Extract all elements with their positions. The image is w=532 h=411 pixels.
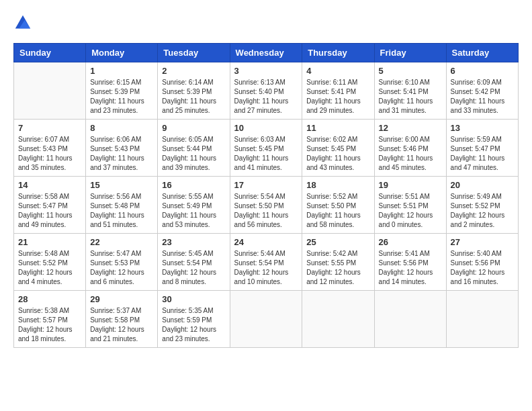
cell-content: Sunrise: 6:02 AM Sunset: 5:45 PM Dayligh…	[306, 135, 369, 173]
calendar-cell	[230, 291, 302, 348]
calendar-week-row: 28Sunrise: 5:38 AM Sunset: 5:57 PM Dayli…	[14, 291, 519, 348]
cell-content: Sunrise: 5:44 AM Sunset: 5:54 PM Dayligh…	[234, 249, 298, 287]
calendar-cell: 1Sunrise: 6:15 AM Sunset: 5:39 PM Daylig…	[86, 62, 158, 120]
calendar-cell: 14Sunrise: 5:58 AM Sunset: 5:47 PM Dayli…	[14, 177, 86, 234]
day-number: 18	[306, 180, 369, 190]
day-number: 12	[379, 123, 442, 133]
day-number: 23	[162, 237, 225, 247]
calendar-cell	[446, 291, 518, 348]
day-number: 30	[162, 294, 225, 304]
day-number: 9	[162, 123, 225, 133]
cell-content: Sunrise: 6:09 AM Sunset: 5:42 PM Dayligh…	[451, 78, 514, 116]
calendar-cell: 12Sunrise: 6:00 AM Sunset: 5:46 PM Dayli…	[374, 120, 446, 177]
calendar-cell: 23Sunrise: 5:45 AM Sunset: 5:54 PM Dayli…	[158, 234, 230, 291]
day-number: 5	[379, 66, 442, 76]
calendar-cell: 15Sunrise: 5:56 AM Sunset: 5:48 PM Dayli…	[86, 177, 158, 234]
calendar-week-row: 1Sunrise: 6:15 AM Sunset: 5:39 PM Daylig…	[14, 62, 519, 120]
cell-content: Sunrise: 5:38 AM Sunset: 5:57 PM Dayligh…	[18, 306, 81, 344]
day-number: 29	[90, 294, 153, 304]
calendar-day-header: Saturday	[446, 44, 518, 62]
cell-content: Sunrise: 5:42 AM Sunset: 5:55 PM Dayligh…	[306, 249, 369, 287]
day-number: 4	[306, 66, 369, 76]
cell-content: Sunrise: 5:58 AM Sunset: 5:47 PM Dayligh…	[18, 192, 81, 230]
page-header	[13, 13, 519, 32]
calendar-day-header: Monday	[86, 44, 158, 62]
calendar-week-row: 7Sunrise: 6:07 AM Sunset: 5:43 PM Daylig…	[14, 120, 519, 177]
calendar-cell: 24Sunrise: 5:44 AM Sunset: 5:54 PM Dayli…	[230, 234, 302, 291]
day-number: 27	[451, 237, 514, 247]
calendar-cell: 19Sunrise: 5:51 AM Sunset: 5:51 PM Dayli…	[374, 177, 446, 234]
calendar-cell: 5Sunrise: 6:10 AM Sunset: 5:41 PM Daylig…	[374, 62, 446, 120]
calendar-cell: 13Sunrise: 5:59 AM Sunset: 5:47 PM Dayli…	[446, 120, 518, 177]
day-number: 11	[306, 123, 369, 133]
cell-content: Sunrise: 6:13 AM Sunset: 5:40 PM Dayligh…	[234, 78, 298, 116]
day-number: 2	[162, 66, 225, 76]
cell-content: Sunrise: 5:45 AM Sunset: 5:54 PM Dayligh…	[162, 249, 225, 287]
cell-content: Sunrise: 5:56 AM Sunset: 5:48 PM Dayligh…	[90, 192, 153, 230]
calendar-cell: 8Sunrise: 6:06 AM Sunset: 5:43 PM Daylig…	[86, 120, 158, 177]
calendar-header-row: SundayMondayTuesdayWednesdayThursdayFrid…	[14, 44, 519, 62]
day-number: 25	[306, 237, 369, 247]
cell-content: Sunrise: 6:10 AM Sunset: 5:41 PM Dayligh…	[379, 78, 442, 116]
calendar-cell: 20Sunrise: 5:49 AM Sunset: 5:52 PM Dayli…	[446, 177, 518, 234]
cell-content: Sunrise: 5:48 AM Sunset: 5:52 PM Dayligh…	[18, 249, 81, 287]
calendar-cell: 17Sunrise: 5:54 AM Sunset: 5:50 PM Dayli…	[230, 177, 302, 234]
day-number: 19	[379, 180, 442, 190]
calendar-week-row: 21Sunrise: 5:48 AM Sunset: 5:52 PM Dayli…	[14, 234, 519, 291]
calendar-cell	[374, 291, 446, 348]
calendar-cell: 18Sunrise: 5:52 AM Sunset: 5:50 PM Dayli…	[302, 177, 374, 234]
day-number: 14	[18, 180, 81, 190]
calendar-week-row: 14Sunrise: 5:58 AM Sunset: 5:47 PM Dayli…	[14, 177, 519, 234]
day-number: 3	[234, 66, 298, 76]
cell-content: Sunrise: 5:37 AM Sunset: 5:58 PM Dayligh…	[90, 306, 153, 344]
calendar-cell: 9Sunrise: 6:05 AM Sunset: 5:44 PM Daylig…	[158, 120, 230, 177]
cell-content: Sunrise: 5:40 AM Sunset: 5:56 PM Dayligh…	[451, 249, 514, 287]
cell-content: Sunrise: 6:07 AM Sunset: 5:43 PM Dayligh…	[18, 135, 81, 173]
calendar-cell: 4Sunrise: 6:11 AM Sunset: 5:41 PM Daylig…	[302, 62, 374, 120]
cell-content: Sunrise: 5:47 AM Sunset: 5:53 PM Dayligh…	[90, 249, 153, 287]
calendar-cell: 10Sunrise: 6:03 AM Sunset: 5:45 PM Dayli…	[230, 120, 302, 177]
calendar-cell: 27Sunrise: 5:40 AM Sunset: 5:56 PM Dayli…	[446, 234, 518, 291]
calendar-cell: 25Sunrise: 5:42 AM Sunset: 5:55 PM Dayli…	[302, 234, 374, 291]
cell-content: Sunrise: 5:35 AM Sunset: 5:59 PM Dayligh…	[162, 306, 225, 344]
day-number: 6	[451, 66, 514, 76]
cell-content: Sunrise: 5:55 AM Sunset: 5:49 PM Dayligh…	[162, 192, 225, 230]
calendar-cell: 30Sunrise: 5:35 AM Sunset: 5:59 PM Dayli…	[158, 291, 230, 348]
calendar-cell	[302, 291, 374, 348]
cell-content: Sunrise: 5:51 AM Sunset: 5:51 PM Dayligh…	[379, 192, 442, 230]
calendar-cell: 3Sunrise: 6:13 AM Sunset: 5:40 PM Daylig…	[230, 62, 302, 120]
logo-icon	[13, 13, 32, 32]
day-number: 24	[234, 237, 298, 247]
cell-content: Sunrise: 6:11 AM Sunset: 5:41 PM Dayligh…	[306, 78, 369, 116]
day-number: 15	[90, 180, 153, 190]
cell-content: Sunrise: 6:14 AM Sunset: 5:39 PM Dayligh…	[162, 78, 225, 116]
day-number: 22	[90, 237, 153, 247]
cell-content: Sunrise: 5:54 AM Sunset: 5:50 PM Dayligh…	[234, 192, 298, 230]
calendar-cell: 7Sunrise: 6:07 AM Sunset: 5:43 PM Daylig…	[14, 120, 86, 177]
cell-content: Sunrise: 6:06 AM Sunset: 5:43 PM Dayligh…	[90, 135, 153, 173]
calendar-day-header: Thursday	[302, 44, 374, 62]
day-number: 13	[451, 123, 514, 133]
calendar-day-header: Wednesday	[230, 44, 302, 62]
cell-content: Sunrise: 6:05 AM Sunset: 5:44 PM Dayligh…	[162, 135, 225, 173]
calendar-cell: 16Sunrise: 5:55 AM Sunset: 5:49 PM Dayli…	[158, 177, 230, 234]
day-number: 21	[18, 237, 81, 247]
day-number: 7	[18, 123, 81, 133]
day-number: 8	[90, 123, 153, 133]
cell-content: Sunrise: 6:00 AM Sunset: 5:46 PM Dayligh…	[379, 135, 442, 173]
cell-content: Sunrise: 5:49 AM Sunset: 5:52 PM Dayligh…	[451, 192, 514, 230]
calendar-cell: 28Sunrise: 5:38 AM Sunset: 5:57 PM Dayli…	[14, 291, 86, 348]
calendar-cell: 2Sunrise: 6:14 AM Sunset: 5:39 PM Daylig…	[158, 62, 230, 120]
calendar-cell: 22Sunrise: 5:47 AM Sunset: 5:53 PM Dayli…	[86, 234, 158, 291]
calendar-table: SundayMondayTuesdayWednesdayThursdayFrid…	[13, 43, 519, 348]
cell-content: Sunrise: 5:59 AM Sunset: 5:47 PM Dayligh…	[451, 135, 514, 173]
calendar-cell: 11Sunrise: 6:02 AM Sunset: 5:45 PM Dayli…	[302, 120, 374, 177]
day-number: 17	[234, 180, 298, 190]
logo	[13, 13, 35, 32]
calendar-day-header: Sunday	[14, 44, 86, 62]
calendar-cell	[14, 62, 86, 120]
cell-content: Sunrise: 6:03 AM Sunset: 5:45 PM Dayligh…	[234, 135, 298, 173]
cell-content: Sunrise: 5:41 AM Sunset: 5:56 PM Dayligh…	[379, 249, 442, 287]
cell-content: Sunrise: 5:52 AM Sunset: 5:50 PM Dayligh…	[306, 192, 369, 230]
day-number: 28	[18, 294, 81, 304]
